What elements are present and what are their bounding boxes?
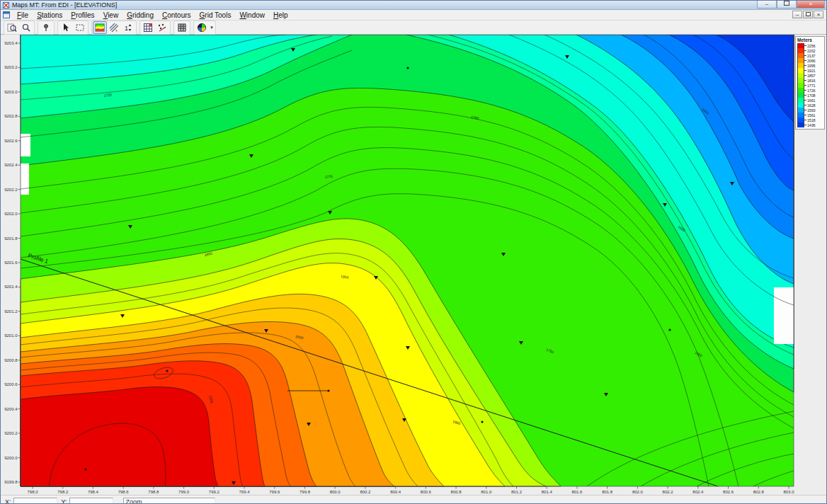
zoom-tool-button[interactable] [19,21,33,34]
status-y-value [69,498,113,504]
maximize-button[interactable] [777,1,797,8]
cursor-arrow-icon [61,23,71,33]
legend-color-swatch [797,108,804,113]
menu-help[interactable]: Help [269,11,292,20]
legend-value: 1771 [806,84,815,88]
menu-file[interactable]: File [13,11,33,20]
window-title: Maps MT: From EDI - [ELEVATIONS] [12,1,117,8]
y-tick-label: 9201.4 [4,285,18,289]
legend-value: 1661 [806,98,815,103]
station-marker[interactable] [166,370,168,372]
contour-map-icon [95,23,105,33]
x-tick-label: 801.8 [602,490,613,494]
menu-grid-tools[interactable]: Grid Tools [195,11,236,20]
y-tick-label: 9201.0 [4,333,18,338]
x-tick-label: 801.6 [571,490,583,494]
y-tick-label: 9199.8 [4,480,18,484]
zoom-in-tool-button[interactable] [5,21,19,34]
map-3d-dropdown-caret[interactable]: ▾ [209,25,215,30]
x-tick-label: 801.2 [511,490,523,494]
mdi-restore-button[interactable] [803,11,813,18]
x-tick-label: 800.2 [360,490,371,494]
status-bar: X: Y: Zoom [1,495,826,504]
legend-entry: 2066 [797,58,823,63]
y-tick-label: 9203.0 [4,90,18,94]
legend-entry: 1921 [797,68,823,73]
station-marker[interactable] [481,420,483,423]
worksheet-button[interactable] [175,21,189,34]
x-tick-label: 802.4 [692,490,704,494]
station-marker[interactable] [406,67,409,69]
legend-color-swatch [797,48,804,53]
post-scatter-icon [157,23,167,33]
legend-value: 1628 [806,103,815,108]
y-tick-label: 9200.0 [4,456,18,460]
app-icon [3,2,9,8]
contour-map-toggle-button[interactable] [93,21,107,34]
menu-gridding[interactable]: Gridding [122,11,158,20]
contour-map-canvas[interactable]: Profile 1 172517001550177518501600195020… [1,35,827,495]
y-axis: 9203.49203.29203.09202.89202.69202.49202… [4,41,21,484]
menu-window[interactable]: Window [235,11,269,20]
legend-color-swatch [797,43,804,48]
station-marker[interactable] [668,328,671,331]
sort-levels-tool-button[interactable]: 1 [121,21,135,34]
x-tick-label: 802.2 [663,490,674,494]
grid-window-icon [143,23,153,33]
select-rectangle-tool-button[interactable] [73,21,87,34]
svg-text:1: 1 [125,25,128,32]
elevation-legend: Meters 225622022137206619951921185718161… [795,36,825,130]
station-marker[interactable] [84,468,86,470]
y-tick-label: 9202.0 [4,212,18,216]
mdi-close-button[interactable]: × [814,11,823,18]
x-tick-label: 800.8 [451,490,462,494]
menu-profiles[interactable]: Profiles [67,11,98,20]
worksheet-table-icon [177,23,187,33]
menu-view[interactable]: View [99,11,123,20]
station-marker[interactable] [327,389,329,391]
legend-value: 1593 [806,108,815,113]
legend-value: 1708 [806,93,815,98]
x-tick-label: 798.6 [118,490,130,494]
x-axis: 798.0798.2798.4798.6798.8799.0799.2799.4… [27,486,794,494]
profile-hatch-toggle-button[interactable] [107,21,121,34]
close-button[interactable]: × [797,1,825,8]
maximize-icon [784,1,789,6]
menu-stations[interactable]: Stations [33,11,67,20]
x-tick-label: 800.6 [421,490,432,494]
y-tick-label: 9203.2 [4,65,18,69]
map-content-area: Profile 1 172517001550177518501600195020… [1,35,826,495]
hatch-lines-icon [109,23,119,33]
y-tick-label: 9200.2 [4,431,18,435]
x-tick-label: 799.4 [239,490,251,494]
y-tick-label: 9202.2 [4,188,18,192]
station-pin-tool-button[interactable] [39,21,53,34]
menu-contours[interactable]: Contours [158,11,195,20]
toolbar: 1 ▾ [1,21,826,35]
grid-tools-button[interactable] [141,21,155,34]
select-arrow-tool-button[interactable] [59,21,73,34]
legend-color-swatch [797,98,804,103]
legend-color-swatch [797,103,804,108]
menu-bar: FileStationsProfilesViewGriddingContours… [1,10,826,21]
x-tick-label: 798.2 [57,490,69,494]
status-x-label: X: [5,498,11,504]
status-y-label: Y: [62,498,67,504]
y-tick-label: 9201.6 [4,260,18,265]
post-map-button[interactable] [155,21,169,34]
mdi-minimize-button[interactable]: – [792,11,802,18]
legend-rows: 2256220221372066199519211857181617711726… [797,43,823,127]
legend-entry: 1708 [797,93,823,98]
menu-items: FileStationsProfilesViewGriddingContours… [13,11,292,20]
y-tick-label: 9201.8 [4,236,18,241]
map-3d-button[interactable] [195,21,209,34]
mdi-restore-icon [806,12,811,16]
minimize-button[interactable]: – [757,1,777,8]
x-tick-label: 799.6 [269,490,280,494]
legend-title: Meters [797,38,823,42]
mdi-child-icon [3,11,10,18]
x-tick-label: 802.8 [753,490,765,494]
legend-color-swatch [797,68,804,73]
y-tick-label: 9202.6 [4,139,18,143]
x-tick-label: 802.6 [723,490,734,494]
